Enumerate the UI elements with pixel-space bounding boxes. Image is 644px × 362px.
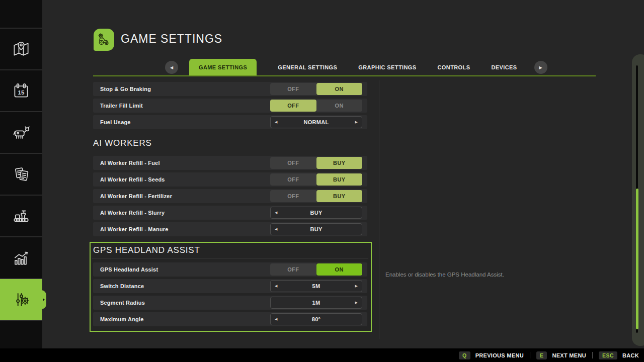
selector-next-icon[interactable]: ▶ [355, 284, 358, 288]
hint-label: PREVIOUS MENU [475, 352, 524, 358]
sidebar-item-animals[interactable] [0, 112, 42, 153]
sidebar: 15 [0, 0, 42, 348]
setting-label: AI Worker Refill - Fuel [100, 160, 160, 166]
selector-value: 80° [312, 316, 321, 322]
toggle-ai-worker-refill-fuel: OFFBUY [270, 157, 362, 169]
selector-ai-worker-refill-manure[interactable]: ◀BUY [270, 223, 362, 235]
hint-back[interactable]: ESCBACK [599, 351, 639, 359]
tabs-next-button[interactable]: ▶ [534, 61, 547, 74]
toggle-option-off[interactable]: OFF [270, 157, 316, 169]
hint-next-menu[interactable]: ENEXT MENU [536, 351, 586, 359]
scrollbar[interactable] [632, 54, 644, 346]
hint-label: BACK [622, 352, 639, 358]
main-panel: GAME SETTINGS ◀ GAME SETTINGSGENERAL SET… [42, 0, 644, 348]
selector-segment-radius[interactable]: 1M▶ [270, 297, 362, 309]
toggle-stop-go-braking: OFFON [270, 83, 362, 95]
setting-label: Fuel Usage [100, 119, 131, 125]
sidebar-item-finances[interactable] [0, 154, 42, 195]
setting-label: Maximum Angle [100, 316, 144, 322]
chevron-left-icon: ◀ [170, 65, 173, 70]
setting-row-ai-worker-refill-slurry[interactable]: AI Worker Refill - Slurry◀BUY [93, 206, 367, 220]
game-settings-screen: GAME SETTINGS ◀ GAME SETTINGSGENERAL SET… [0, 0, 644, 362]
toggle-option-buy[interactable]: BUY [316, 173, 363, 186]
tab-graphic-settings[interactable]: GRAPHIC SETTINGS [358, 64, 416, 70]
selector-next-icon[interactable]: ▶ [355, 120, 358, 124]
selector-next-icon[interactable]: ▶ [355, 301, 358, 305]
setting-row-ai-worker-refill-fertilizer[interactable]: AI Worker Refill - FertilizerOFFBUY [93, 189, 367, 203]
sidebar-item-settings[interactable] [0, 279, 42, 320]
toggle-option-off[interactable]: OFF [270, 100, 316, 112]
footer-hint-bar: QPREVIOUS MENUENEXT MENUESCBACK [0, 348, 644, 362]
setting-label: GPS Headland Assist [100, 266, 158, 273]
active-notch-arrow-icon [43, 298, 45, 301]
selector-ai-worker-refill-slurry[interactable]: ◀BUY [270, 207, 362, 219]
selector-fuel-usage[interactable]: ◀NORMAL▶ [270, 116, 362, 128]
section-title-ai-workers: AI WORKERS [93, 137, 367, 149]
section-box-gps-headland-assist: GPS HEADLAND ASSISTGPS Headland AssistOF… [90, 242, 372, 332]
setting-row-ai-worker-refill-manure[interactable]: AI Worker Refill - Manure◀BUY [93, 222, 367, 236]
tab-game-settings[interactable]: GAME SETTINGS [189, 59, 257, 76]
toggle-option-on[interactable]: ON [316, 83, 363, 95]
tab-controls[interactable]: CONTROLS [438, 64, 470, 70]
section-divider [92, 258, 368, 258]
toggle-option-buy[interactable]: BUY [316, 157, 363, 169]
toggle-gps-headland-assist: OFFON [270, 263, 362, 276]
setting-row-ai-worker-refill-fuel[interactable]: AI Worker Refill - FuelOFFBUY [93, 156, 367, 170]
toggle-ai-worker-refill-fertilizer: OFFBUY [270, 190, 362, 202]
setting-row-segment-radius[interactable]: Segment Radius1M▶ [93, 296, 367, 310]
selector-value: BUY [310, 210, 322, 216]
toggle-option-buy[interactable]: BUY [316, 190, 363, 202]
setting-label: Switch Distance [100, 283, 144, 289]
selector-maximum-angle[interactable]: ◀80° [270, 313, 362, 325]
calendar-icon: 15 [11, 80, 32, 102]
setting-label: AI Worker Refill - Slurry [100, 210, 165, 216]
selector-prev-icon[interactable]: ◀ [275, 317, 277, 321]
setting-row-ai-worker-refill-seeds[interactable]: AI Worker Refill - SeedsOFFBUY [93, 172, 367, 187]
selector-prev-icon[interactable]: ◀ [275, 227, 277, 231]
setting-label: AI Worker Refill - Manure [100, 226, 169, 232]
setting-row-gps-headland-assist[interactable]: GPS Headland AssistOFFON [93, 262, 367, 277]
game-settings-app-icon [94, 29, 114, 51]
hint-separator [530, 352, 530, 358]
selector-prev-icon[interactable]: ◀ [275, 120, 277, 124]
toggle-option-off[interactable]: OFF [270, 190, 316, 202]
tab-underline [93, 75, 596, 76]
setting-row-trailer-fill-limit[interactable]: Trailer Fill LimitOFFON [93, 99, 367, 113]
toggle-ai-worker-refill-seeds: OFFBUY [270, 173, 362, 186]
tab-general-settings[interactable]: GENERAL SETTINGS [278, 64, 337, 70]
selector-prev-icon[interactable]: ◀ [275, 211, 277, 215]
hint-previous-menu[interactable]: QPREVIOUS MENU [459, 351, 524, 359]
svg-text:15: 15 [18, 89, 25, 96]
sidebar-spacer [0, 0, 42, 28]
toggle-option-off[interactable]: OFF [270, 263, 316, 276]
sidebar-filler [0, 321, 42, 348]
sidebar-item-statistics[interactable] [0, 237, 42, 278]
tab-devices[interactable]: DEVICES [491, 64, 517, 70]
production-icon [11, 206, 32, 227]
tabs-prev-button[interactable]: ◀ [165, 61, 178, 74]
toggle-option-on[interactable]: ON [316, 263, 363, 276]
settings-icon [11, 289, 32, 310]
statistics-icon [11, 247, 32, 268]
hint-separator [592, 352, 593, 358]
toggle-trailer-fill-limit: OFFON [270, 100, 362, 112]
tab-bar: ◀ GAME SETTINGSGENERAL SETTINGSGRAPHIC S… [165, 59, 547, 76]
setting-row-stop-go-braking[interactable]: Stop & Go BrakingOFFON [93, 82, 367, 96]
hint-label: NEXT MENU [552, 352, 586, 358]
pane-divider [379, 80, 379, 339]
toggle-option-off[interactable]: OFF [270, 83, 316, 95]
sidebar-item-calendar[interactable]: 15 [0, 70, 42, 111]
selector-prev-icon[interactable]: ◀ [275, 284, 277, 288]
sidebar-item-production[interactable] [0, 196, 42, 236]
sidebar-item-map[interactable] [0, 29, 42, 69]
page-title: GAME SETTINGS [121, 32, 222, 46]
setting-row-maximum-angle[interactable]: Maximum Angle◀80° [93, 312, 367, 326]
toggle-option-off[interactable]: OFF [270, 173, 316, 186]
map-icon [11, 39, 32, 60]
selector-value: NORMAL [303, 119, 329, 125]
selector-switch-distance[interactable]: ◀5M▶ [270, 280, 362, 292]
setting-row-switch-distance[interactable]: Switch Distance◀5M▶ [93, 279, 367, 293]
scrollbar-thumb[interactable] [636, 189, 638, 329]
toggle-option-on[interactable]: ON [316, 100, 363, 112]
setting-row-fuel-usage[interactable]: Fuel Usage◀NORMAL▶ [93, 115, 367, 129]
